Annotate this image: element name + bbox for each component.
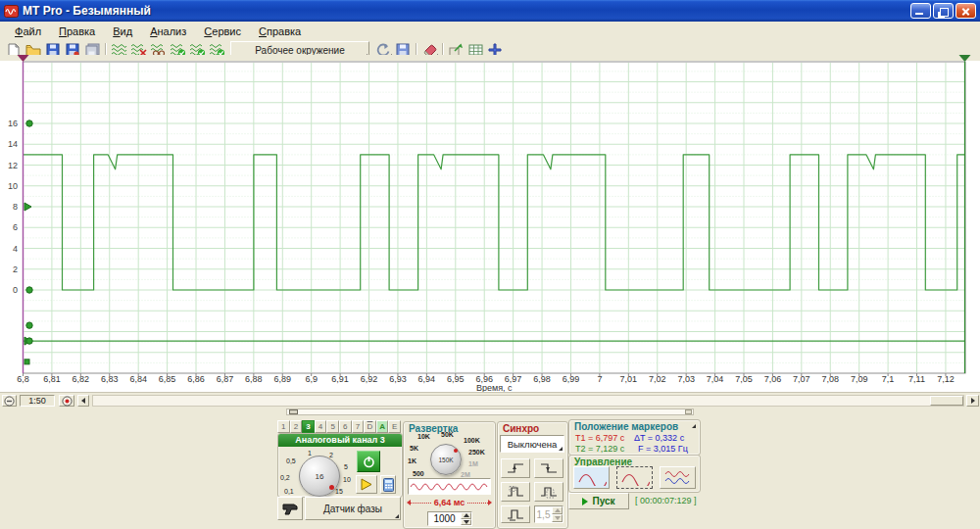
chart-canvas[interactable]: 6,86,816,826,836,846,856,866,876,886,896…: [0, 55, 980, 392]
rate-label: 2M: [461, 471, 470, 478]
svg-text:6,8: 6,8: [17, 374, 29, 384]
sweep-preview: [408, 478, 491, 495]
falling-edge-icon: [539, 461, 559, 475]
svg-text:6,86: 6,86: [187, 374, 205, 384]
mode-single-button[interactable]: [573, 466, 610, 489]
menu-item-анализ[interactable]: Анализ: [141, 24, 195, 39]
channel-tab-5[interactable]: 5: [326, 420, 339, 433]
sensor-type-button[interactable]: [277, 497, 303, 520]
gain-label: 5: [344, 463, 348, 470]
menu-item-вид[interactable]: Вид: [104, 24, 141, 39]
trigger-rising-button[interactable]: [501, 458, 530, 478]
svg-text:6,83: 6,83: [101, 374, 119, 384]
svg-text:6: 6: [13, 222, 18, 232]
svg-text:6,89: 6,89: [274, 374, 292, 384]
menu-item-файл[interactable]: Файл: [6, 24, 50, 39]
svg-text:16: 16: [8, 119, 18, 128]
gain-knob[interactable]: 16: [299, 456, 340, 497]
start-button[interactable]: Пуск: [568, 493, 629, 509]
rate-label: 50K: [441, 431, 454, 438]
chart-scrollbar-thumb[interactable]: [930, 396, 963, 406]
channel-tab-4[interactable]: 4: [315, 420, 327, 433]
svg-text:7,08: 7,08: [821, 374, 839, 384]
svg-text:6,93: 6,93: [389, 374, 407, 384]
channel-tab-a[interactable]: A: [376, 420, 389, 433]
channel-power-button[interactable]: [357, 451, 380, 472]
minimize-button[interactable]: [910, 3, 931, 19]
dotted-line: [467, 503, 488, 504]
run-row: Пуск [ 00:00:07:129 ]: [568, 493, 764, 510]
sweep-time-label: 6,64 мс: [431, 498, 468, 507]
channel-tab-2[interactable]: 2: [290, 420, 303, 433]
svg-text:7,11: 7,11: [908, 374, 925, 384]
trigger-falling-button[interactable]: [534, 458, 564, 478]
mode-continuous-button[interactable]: [660, 466, 696, 489]
sync-level-spinner: 1,5: [534, 505, 564, 523]
autoscale-button[interactable]: [59, 395, 74, 407]
play-icon: [360, 478, 373, 491]
rate-label: 10K: [417, 433, 430, 440]
dotted-line: [411, 503, 431, 504]
scale-label: 1:50: [20, 395, 55, 407]
zoom-out-button[interactable]: [2, 395, 17, 407]
samples-spinner[interactable]: 1000: [427, 511, 472, 526]
start-button-label: Пуск: [592, 496, 614, 506]
sensor-combo[interactable]: Датчик фазы: [305, 497, 401, 520]
svg-text:12: 12: [8, 161, 18, 170]
restore-button[interactable]: [933, 3, 954, 19]
window-position-thumb[interactable]: [289, 409, 298, 414]
menu-item-сервис[interactable]: Сервис: [195, 24, 250, 39]
trigger-level-button[interactable]: [501, 505, 530, 523]
mode-frame-button[interactable]: [616, 466, 653, 489]
spin-down-button: [552, 514, 563, 522]
svg-text:6,98: 6,98: [533, 374, 551, 384]
trigger-pulse-window-button[interactable]: [534, 482, 564, 502]
sweep-time-row: 6,64 мс: [407, 497, 492, 508]
channel-tabs: 1234567DAE: [277, 420, 401, 433]
marker-dt-value: ΔT = 0,332 с: [634, 433, 684, 443]
panel-corner-icon[interactable]: [692, 424, 696, 428]
rate-label: 500: [413, 470, 424, 477]
oscilloscope-chart[interactable]: 6,86,816,826,836,846,856,866,876,886,896…: [0, 55, 980, 392]
svg-text:6,91: 6,91: [331, 374, 349, 384]
scroll-left-button[interactable]: [77, 395, 89, 407]
channel-calc-button[interactable]: [380, 475, 396, 494]
calculator-icon: [383, 478, 394, 492]
svg-text:7,03: 7,03: [677, 374, 695, 384]
marker-t2-value: T2 = 7,129 с: [575, 444, 624, 454]
sync-title: Синхро: [503, 423, 539, 434]
spin-down-button[interactable]: [461, 519, 471, 526]
menu-item-правка[interactable]: Правка: [50, 24, 104, 39]
menu-bar: ФайлПравкаВидАнализСервисСправка: [0, 22, 980, 41]
rate-label: 1K: [408, 457, 416, 464]
svg-text:6,95: 6,95: [447, 374, 465, 384]
sync-level-value: 1,5: [535, 509, 552, 520]
sweep-knob[interactable]: 150K: [430, 444, 462, 475]
channel-tab-1[interactable]: 1: [277, 420, 290, 433]
window-position-end-button[interactable]: [685, 409, 692, 414]
single-wave-icon: [577, 469, 607, 486]
sync-mode-combo[interactable]: Выключена: [500, 435, 564, 453]
gain-label: 10: [343, 476, 351, 483]
pulse-level-icon: [506, 508, 525, 521]
svg-text:6,82: 6,82: [73, 374, 90, 384]
channel-tab-7[interactable]: 7: [352, 420, 365, 433]
pulse-positive-icon: [506, 485, 525, 499]
channel-tab-d[interactable]: D: [364, 420, 376, 433]
close-button[interactable]: [956, 3, 976, 19]
dropdown-corner-icon: [559, 447, 563, 451]
channel-tab-6[interactable]: 6: [339, 420, 352, 433]
trigger-pulse-pos-button[interactable]: [501, 482, 530, 502]
svg-text:14: 14: [8, 139, 18, 149]
scroll-right-button[interactable]: [966, 395, 979, 407]
channel-tab-3[interactable]: 3: [302, 420, 315, 433]
channel-tab-e[interactable]: E: [388, 420, 401, 433]
workspace-combo-label: Рабочее окружение: [255, 45, 345, 56]
gain-label: 15: [335, 488, 343, 495]
menu-item-справка[interactable]: Справка: [250, 24, 310, 39]
window-position-scrollbar[interactable]: [286, 409, 694, 415]
chart-scrollbar-track[interactable]: [92, 395, 964, 407]
window-title: MT Pro - Безымянный: [23, 4, 908, 18]
channel-run-button[interactable]: [356, 475, 377, 494]
acquisition-panel: Управление: [568, 455, 701, 493]
